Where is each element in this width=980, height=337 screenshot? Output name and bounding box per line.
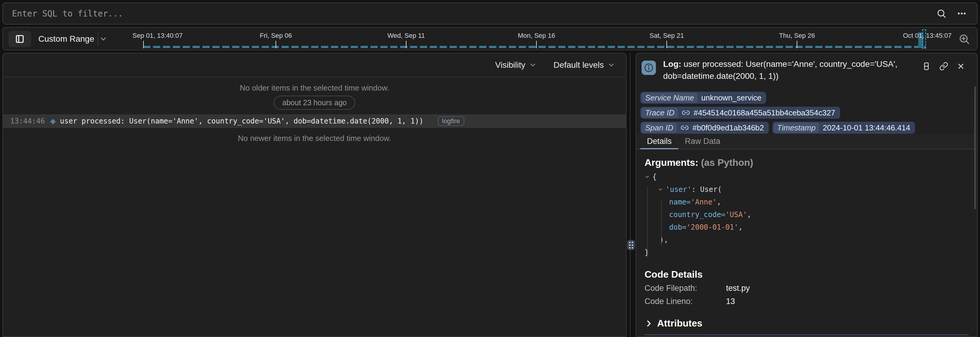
timeline-toolbar: Custom Range Sep 01, 13:40:07 Fri, Sep 0… [2, 27, 978, 50]
timeline-tick [406, 41, 406, 48]
timeline-label: Fri, Sep 06 [260, 32, 292, 40]
zoom-in-button[interactable] [955, 31, 974, 47]
code-token: { [652, 171, 657, 183]
attributes-section-toggle[interactable]: Attributes [644, 318, 969, 329]
timestamp-badge: Timestamp 2024-10-01 13:44:46.414 [772, 122, 915, 134]
code-filepath-value: test.py [726, 283, 750, 293]
code-param: country_code= [669, 208, 725, 221]
code-details-heading: Code Details [644, 269, 969, 280]
code-token: User( [700, 183, 722, 196]
log-message: user processed: User(name='Anne', countr… [60, 117, 423, 125]
log-tag-chip: logfire [438, 116, 464, 126]
visibility-dropdown[interactable]: Visibility [495, 60, 537, 70]
default-levels-label: Default levels [554, 60, 604, 70]
detail-scrollbar[interactable] [974, 86, 976, 209]
arguments-heading-text: Arguments: [644, 157, 698, 168]
code-param: name= [669, 196, 690, 208]
log-timestamp: 13:44:46 [10, 117, 45, 125]
badge-label: Timestamp [774, 123, 819, 133]
chevron-down-icon [608, 61, 615, 69]
code-lineno-row: Code Lineno: 13 [644, 296, 969, 307]
logs-panel-header: Visibility Default levels [3, 53, 626, 77]
sql-filter-bar [2, 2, 978, 25]
timeline-label: Mon, Sep 16 [518, 32, 555, 40]
code-string: '2000-01-01' [686, 221, 738, 233]
code-filepath-row: Code Filepath: test.py [644, 283, 969, 293]
detail-header: Log: user processed: User(name='Anne', c… [636, 53, 977, 93]
collapse-chevron-icon[interactable] [644, 174, 650, 180]
panel-divider [630, 53, 630, 337]
code-string: 'Anne' [690, 196, 717, 208]
code-key: 'user' [665, 183, 692, 196]
code-lineno-value: 13 [726, 296, 735, 307]
time-ago-badge: about 23 hours ago [274, 96, 355, 110]
default-levels-dropdown[interactable]: Default levels [554, 60, 615, 70]
indent-guide [647, 186, 648, 258]
badge-value: #b0f0d9ed1ab346b2 [692, 123, 764, 133]
timeline[interactable]: Sep 01, 13:40:07 Fri, Sep 06 Wed, Sep 11… [3, 27, 977, 50]
attributes-label: Attributes [657, 318, 702, 329]
visibility-label: Visibility [495, 60, 525, 70]
code-token: : [692, 183, 700, 196]
close-icon[interactable] [957, 62, 965, 70]
attributes-divider [644, 334, 969, 335]
code-token: , [738, 221, 743, 233]
span-id-badge[interactable]: Span ID #b0f0d9ed1ab346b2 [640, 122, 769, 134]
arguments-heading: Arguments: (as Python) [644, 157, 969, 168]
tab-details[interactable]: Details [640, 134, 678, 149]
trace-id-badge[interactable]: Trace ID #454514c0168a455a51bb4ceba354c3… [640, 107, 840, 119]
badge-label: Span ID [641, 123, 677, 133]
arguments-heading-suffix: (as Python) [698, 157, 753, 168]
arguments-code: { 'user': User( name='Anne', country_cod… [644, 171, 969, 259]
detail-content: Arguments: (as Python) { 'user': User( n… [636, 149, 977, 335]
more-options-icon[interactable] [957, 8, 967, 19]
detail-panel: Log: user processed: User(name='Anne', c… [636, 53, 978, 337]
timeline-selection[interactable] [922, 29, 926, 49]
no-newer-items-note: No newer items in the selected time wind… [3, 134, 626, 143]
info-icon [641, 61, 656, 75]
badge-label: Service Name [641, 93, 698, 103]
log-level-diamond-icon: ◆ [50, 117, 56, 125]
copy-link-icon[interactable] [939, 62, 948, 71]
tab-raw-data[interactable]: Raw Data [678, 134, 727, 149]
timeline-tick [667, 41, 667, 48]
badge-label: Trace ID [641, 108, 678, 118]
metadata-badges: Service Name unknown_service Trace ID #4… [636, 92, 971, 134]
indent-guide [661, 199, 662, 246]
code-lineno-label: Code Lineno: [644, 296, 726, 307]
link-icon [682, 109, 690, 117]
code-filepath-label: Code Filepath: [644, 283, 726, 293]
timeline-label: Wed, Sep 11 [387, 32, 425, 40]
split-panel-icon[interactable] [922, 62, 931, 71]
timeline-activity-line [143, 46, 926, 48]
detail-title-text: user processed: User(name='Anne', countr… [663, 59, 897, 81]
log-row[interactable]: 13:44:46 ◆ user processed: User(name='An… [3, 115, 626, 128]
chevron-down-icon [529, 61, 537, 69]
panel-resize-handle[interactable] [627, 240, 635, 250]
service-name-badge: Service Name unknown_service [640, 92, 766, 104]
badge-value: 2024-10-01 13:44:46.414 [823, 123, 910, 133]
timeline-label: Sat, Sep 21 [650, 32, 684, 40]
no-older-items-note: No older items in the selected time wind… [3, 83, 626, 93]
sql-filter-input[interactable] [3, 3, 936, 24]
badge-value: unknown_service [701, 93, 761, 102]
detail-tabs: Details Raw Data [636, 134, 977, 149]
timeline-label: Sep 01, 13:40:07 [132, 32, 183, 40]
code-token: , [717, 196, 721, 208]
zoom-in-icon [958, 33, 970, 45]
code-token: } [644, 246, 649, 259]
code-token: , [747, 208, 751, 221]
link-icon [681, 123, 689, 132]
timeline-label: Thu, Sep 26 [779, 32, 815, 40]
logs-panel: Visibility Default levels No older items… [2, 53, 627, 337]
chevron-right-icon [644, 319, 653, 328]
timeline-tick [143, 41, 144, 48]
code-param: dob= [669, 221, 686, 233]
timeline-tick [275, 41, 276, 48]
collapse-chevron-icon[interactable] [658, 187, 663, 192]
search-icon[interactable] [936, 8, 947, 19]
detail-title: Log: user processed: User(name='Anne', c… [663, 58, 903, 82]
code-string: 'USA' [725, 208, 747, 221]
badge-value: #454514c0168a455a51bb4ceba354c327 [694, 108, 835, 118]
detail-title-prefix: Log: [663, 59, 681, 69]
